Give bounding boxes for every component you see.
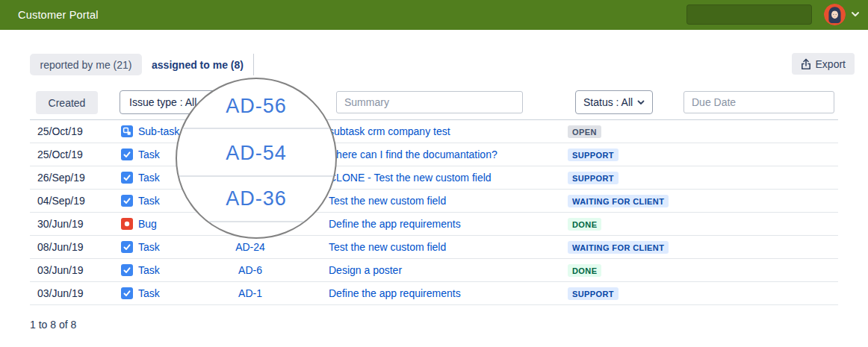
table-row[interactable]: 03/Jun/19 Task AD-1 Define the app requi… xyxy=(30,282,838,305)
issue-summary-link[interactable]: subtask crm company test xyxy=(329,125,568,137)
magnified-issue-key: AD-56 xyxy=(177,95,335,118)
status-badge: OPEN xyxy=(568,125,601,138)
issue-summary-link[interactable]: Define the app requirements xyxy=(329,287,568,299)
export-label: Export xyxy=(816,58,846,70)
magnified-row-divider xyxy=(177,175,335,177)
status-badge: DONE xyxy=(568,264,601,277)
search-input[interactable] xyxy=(687,5,831,24)
status-badge: SUPPORT xyxy=(568,172,619,184)
issue-summary-link[interactable]: Define the app requirements xyxy=(329,218,568,230)
cell-issue-type[interactable]: Task xyxy=(121,287,217,299)
table-row[interactable]: 04/Sep/19 Task Test the new custom field… xyxy=(30,190,838,213)
magnified-issue-key: AD-54 xyxy=(177,142,335,165)
cell-status: SUPPORT xyxy=(568,172,838,184)
export-button[interactable]: Export xyxy=(792,53,855,75)
subtask-icon xyxy=(121,125,133,137)
status-badge: DONE xyxy=(568,218,601,231)
issue-key-link[interactable]: AD-6 xyxy=(217,264,284,276)
cell-status: DONE xyxy=(568,264,838,277)
task-icon xyxy=(121,195,133,207)
status-badge: SUPPORT xyxy=(568,149,619,161)
issue-key-link[interactable]: AD-24 xyxy=(217,241,284,253)
issue-summary-link[interactable]: CLONE - Test the new custom field xyxy=(329,172,568,184)
header-search-box[interactable] xyxy=(686,4,812,25)
task-icon xyxy=(121,264,133,276)
issue-summary-link[interactable]: Design a poster xyxy=(329,264,568,276)
tab-reported-by-me[interactable]: reported by me (21) xyxy=(30,54,142,75)
cell-created-date: 25/Oct/19 xyxy=(30,149,121,160)
task-icon xyxy=(121,241,133,253)
issue-type-label: Sub-task xyxy=(138,125,179,137)
status-filter[interactable]: Status : All xyxy=(575,90,653,114)
bug-icon xyxy=(121,218,133,230)
pagination-count: 1 to 8 of 8 xyxy=(30,319,76,331)
export-icon xyxy=(801,58,811,70)
app-header: Customer Portal xyxy=(0,0,868,30)
issue-type-label: Bug xyxy=(138,218,157,230)
request-tabs: reported by me (21) assigned to me (8) xyxy=(30,54,254,75)
issue-type-label: Task xyxy=(138,149,160,160)
cell-created-date: 26/Sep/19 xyxy=(30,172,121,184)
table-row[interactable]: 03/Jun/19 Task AD-6 Design a poster DONE xyxy=(30,259,838,282)
magnified-issue-key: AD-36 xyxy=(177,187,335,210)
issues-table: 25/Oct/19 Sub-task subtask crm company t… xyxy=(30,119,838,305)
magnifier-overlay: AD-56 AD-54 AD-36 xyxy=(176,78,337,239)
issue-type-label: Task xyxy=(138,172,160,184)
cell-status: OPEN xyxy=(568,125,838,138)
cell-status: SUPPORT xyxy=(568,287,838,300)
customer-portal-page: Customer Portal xyxy=(0,0,868,347)
cell-status: DONE xyxy=(568,218,838,231)
table-row[interactable]: 30/Jun/19 Bug Define the app requirement… xyxy=(30,213,838,236)
cell-created-date: 04/Sep/19 xyxy=(30,195,121,207)
issue-summary-link[interactable]: where can I find the documantation? xyxy=(329,149,568,160)
cell-issue-type[interactable]: Bug xyxy=(121,218,217,230)
cell-status: WAITING FOR CLIENT xyxy=(568,195,838,207)
table-row[interactable]: 25/Oct/19 Task where can I find the docu… xyxy=(30,143,838,166)
summary-filter-input[interactable] xyxy=(336,91,523,113)
issue-type-label: Task xyxy=(138,195,160,207)
task-icon xyxy=(121,149,133,160)
issue-summary-link[interactable]: Test the new custom field xyxy=(329,195,568,207)
magnified-row-divider xyxy=(177,128,335,129)
cell-created-date: 30/Jun/19 xyxy=(30,218,121,230)
cell-issue-type[interactable]: Task xyxy=(121,264,217,276)
tab-assigned-to-me[interactable]: assigned to me (8) xyxy=(142,54,254,75)
chevron-down-icon[interactable] xyxy=(851,11,860,17)
table-row[interactable]: 08/Jun/19 Task AD-24 Test the new custom… xyxy=(30,236,838,259)
cell-created-date: 25/Oct/19 xyxy=(30,125,121,137)
cell-issue-type[interactable]: Task xyxy=(121,241,217,253)
issue-key-link[interactable]: AD-1 xyxy=(217,287,284,299)
cell-created-date: 08/Jun/19 xyxy=(30,241,121,253)
status-filter-label: Status : All xyxy=(583,96,633,108)
created-column-button[interactable]: Created xyxy=(36,91,98,114)
issue-summary-link[interactable]: Test the new custom field xyxy=(329,241,568,253)
table-row[interactable]: 26/Sep/19 Task CLONE - Test the new cust… xyxy=(30,166,838,190)
cell-status: WAITING FOR CLIENT xyxy=(568,241,838,254)
cell-created-date: 03/Jun/19 xyxy=(30,264,121,276)
table-row[interactable]: 25/Oct/19 Sub-task subtask crm company t… xyxy=(30,120,838,143)
issue-type-label: Task xyxy=(138,241,160,253)
status-badge: WAITING FOR CLIENT xyxy=(568,241,669,254)
issue-type-label: Task xyxy=(138,287,160,299)
due-date-filter-input[interactable] xyxy=(683,91,834,113)
cell-created-date: 03/Jun/19 xyxy=(30,287,121,299)
status-badge: WAITING FOR CLIENT xyxy=(568,195,669,207)
task-icon xyxy=(121,287,133,299)
cell-status: SUPPORT xyxy=(568,149,838,161)
task-icon xyxy=(121,172,133,184)
status-badge: SUPPORT xyxy=(568,287,619,300)
page-title: Customer Portal xyxy=(18,9,99,21)
issue-type-label: Task xyxy=(138,264,160,276)
chevron-down-icon xyxy=(637,100,645,105)
user-avatar[interactable] xyxy=(824,4,846,25)
